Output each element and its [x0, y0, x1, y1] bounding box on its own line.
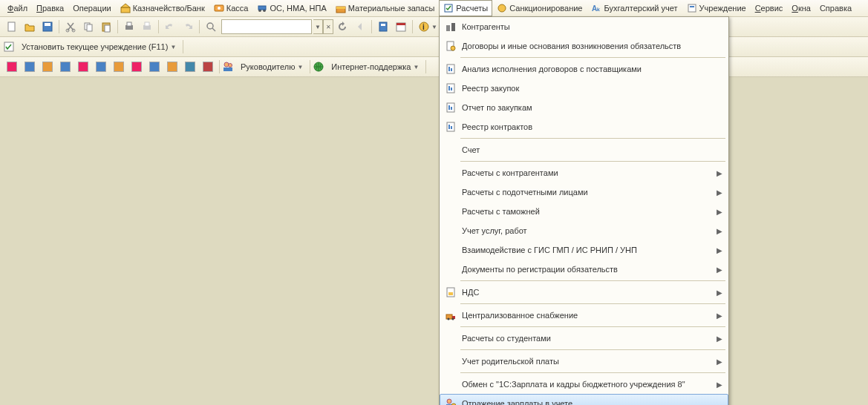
- copy-button[interactable]: [80, 19, 97, 35]
- report-btn-1[interactable]: [4, 59, 20, 75]
- svg-rect-43: [451, 23, 455, 31]
- svg-point-27: [207, 23, 213, 29]
- svg-point-62: [448, 318, 450, 320]
- save-button[interactable]: [39, 19, 56, 35]
- menu-windows[interactable]: Окна: [787, 1, 815, 16]
- institution-set-icon: [3, 41, 15, 53]
- report-btn-7[interactable]: [111, 59, 127, 75]
- report-btn-6[interactable]: [93, 59, 109, 75]
- nav-back-button[interactable]: [352, 19, 368, 35]
- separator: [59, 20, 59, 33]
- dropdown-item[interactable]: Анализ исполнения договоров с поставщика…: [440, 59, 728, 79]
- print-button[interactable]: [121, 19, 137, 35]
- report-btn-11[interactable]: [182, 59, 198, 75]
- menu-separator: [460, 138, 725, 139]
- submenu-arrow-icon: ▶: [715, 188, 724, 197]
- print-preview-button[interactable]: [139, 19, 155, 35]
- menu-institution[interactable]: Учреждение: [682, 1, 751, 16]
- menu-service[interactable]: Сервис: [751, 1, 788, 16]
- menu-accounting[interactable]: Aₖ Бухгалтерский учет: [587, 1, 682, 16]
- dropdown-item[interactable]: Расчеты с таможней▶: [440, 202, 728, 221]
- svg-line-28: [212, 28, 215, 31]
- set-institution-button[interactable]: Установить текущее учреждение (F11) ▼: [19, 42, 179, 51]
- report-btn-4[interactable]: [57, 59, 74, 75]
- report-icon: [114, 62, 124, 72]
- dropdown-item-label: Договоры и иные основания возникновения …: [459, 42, 715, 50]
- dropdown-item[interactable]: Реестр закупок: [440, 79, 728, 98]
- open-button[interactable]: [22, 19, 38, 35]
- menu-calculations[interactable]: Расчеты: [439, 0, 492, 16]
- supply-icon: [443, 309, 459, 321]
- menu-assets[interactable]: ОС, НМА, НПА: [252, 1, 330, 16]
- assets-icon: [257, 3, 267, 13]
- dropdown-item-label: Реестр контрактов: [459, 122, 715, 131]
- submenu-arrow-icon: ▶: [715, 381, 724, 389]
- report-btn-9[interactable]: [146, 59, 163, 75]
- dropdown-item[interactable]: Централизованное снабжение▶: [440, 306, 728, 325]
- dropdown-item[interactable]: Учет услуг, работ▶: [440, 221, 728, 240]
- dropdown-item-label: Расчеты со студентами: [459, 334, 715, 343]
- report-icon: [203, 62, 213, 72]
- dropdown-item[interactable]: Учет родительской платы▶: [440, 352, 728, 371]
- dropdown-item[interactable]: Отражение зарплаты в учете: [440, 394, 728, 405]
- menu-inventory[interactable]: Материальные запасы: [331, 1, 440, 16]
- report-btn-5[interactable]: [75, 59, 91, 75]
- separator: [117, 20, 118, 33]
- redo-button[interactable]: [180, 19, 196, 35]
- menu-help[interactable]: Справка: [815, 1, 856, 16]
- report-icon: [25, 62, 35, 72]
- menu-sanctioning[interactable]: Санкционирование: [492, 1, 587, 16]
- dropdown-item[interactable]: Расчеты с подотчетными лицами▶: [440, 182, 728, 202]
- undo-button[interactable]: [162, 19, 178, 35]
- report-icon: [42, 62, 53, 72]
- internet-support-button[interactable]: Интернет-поддержка ▼: [328, 62, 422, 71]
- report-btn-8[interactable]: [128, 59, 145, 75]
- svg-rect-26: [145, 22, 149, 26]
- svg-rect-53: [448, 105, 450, 110]
- calculations-dropdown: КонтрагентыДоговоры и иные основания воз…: [439, 16, 729, 405]
- report-btn-3[interactable]: [39, 59, 56, 75]
- report-icon: [443, 82, 459, 94]
- menu-cash[interactable]: Касса: [209, 1, 253, 16]
- dropdown-item[interactable]: Документы по регистрации обязательств▶: [440, 260, 728, 279]
- dropdown-item-label: Анализ исполнения договоров с поставщика…: [459, 65, 715, 73]
- search-clear[interactable]: ✕: [323, 19, 333, 34]
- dropdown-item[interactable]: Реестр контрактов: [440, 117, 728, 136]
- dropdown-item[interactable]: Контрагенты: [440, 17, 728, 36]
- calc-button[interactable]: [375, 19, 391, 35]
- search-dropdown[interactable]: ▼: [313, 19, 323, 34]
- svg-rect-50: [448, 86, 450, 90]
- menu-file[interactable]: Файл: [3, 1, 32, 16]
- chevron-down-icon: ▼: [297, 64, 303, 70]
- dropdown-item[interactable]: Отчет по закупкам: [440, 98, 728, 117]
- dropdown-item[interactable]: Расчеты с контрагентами▶: [440, 163, 728, 182]
- menu-operations[interactable]: Операции: [68, 1, 115, 16]
- search-input[interactable]: [221, 19, 312, 34]
- report-btn-2[interactable]: [22, 59, 38, 75]
- dropdown-item-label: Расчеты с контрагентами: [459, 168, 715, 177]
- menu-edit[interactable]: Правка: [32, 1, 68, 16]
- search-button[interactable]: [203, 19, 219, 35]
- dropdown-item[interactable]: Расчеты со студентами▶: [440, 329, 728, 348]
- dropdown-item[interactable]: Счет: [440, 140, 728, 159]
- report-icon: [443, 121, 459, 133]
- report-btn-12[interactable]: [200, 59, 216, 75]
- manager-button[interactable]: Руководителю ▼: [238, 62, 306, 71]
- chevron-down-icon[interactable]: ▼: [431, 24, 437, 30]
- main-toolbar: ▼ ✕ i ▼: [0, 17, 868, 37]
- dropdown-item[interactable]: НДС▶: [440, 283, 728, 302]
- chevron-down-icon: ▼: [170, 44, 176, 50]
- dropdown-item[interactable]: Обмен с "1С:Зарплата и кадры бюджетного …: [440, 375, 728, 394]
- report-btn-10[interactable]: [164, 59, 180, 75]
- calendar-button[interactable]: [393, 19, 409, 35]
- new-doc-button[interactable]: [4, 19, 20, 35]
- dropdown-item[interactable]: Договоры и иные основания возникновения …: [440, 36, 728, 56]
- paste-button[interactable]: [98, 19, 114, 35]
- cut-button[interactable]: [62, 19, 79, 35]
- menu-separator: [460, 57, 725, 58]
- menu-treasury-bank[interactable]: Казначейство/Банк: [116, 1, 209, 16]
- dropdown-item[interactable]: Взаимодействие с ГИС ГМП / ИС РНИП / УНП…: [440, 240, 728, 260]
- reports-toolbar: Руководителю ▼ Интернет-поддержка ▼: [0, 57, 868, 77]
- info-button[interactable]: i: [416, 19, 432, 35]
- refresh-button[interactable]: [334, 19, 350, 35]
